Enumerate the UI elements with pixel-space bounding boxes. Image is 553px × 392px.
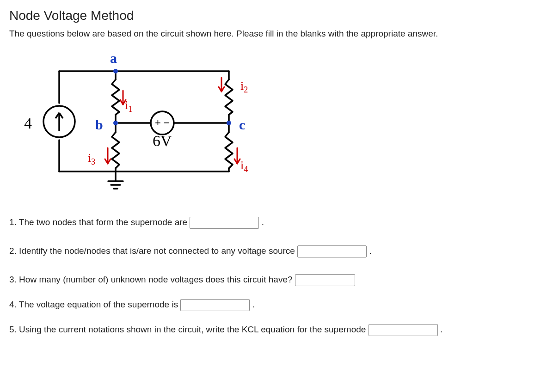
q2-period: .: [369, 246, 371, 256]
instructions: The questions below are based on the cir…: [9, 29, 544, 39]
svg-point-3: [113, 121, 118, 125]
question-4: 4. The voltage equation of the supernode…: [9, 298, 544, 311]
q4-input[interactable]: [180, 299, 250, 311]
question-2: 2. Identify the node/nodes that is/are n…: [9, 245, 544, 257]
node-c-label: c: [239, 117, 245, 132]
question-3: 3. How many (number of) unknown node vol…: [9, 273, 544, 286]
question-5: 5. Using the current notations shown in …: [9, 323, 544, 336]
current-i2-label: i2: [240, 79, 248, 94]
q4-text: 4. The voltage equation of the supernode…: [9, 300, 178, 309]
q2-input[interactable]: [297, 245, 367, 257]
q1-period: .: [262, 217, 264, 227]
node-a-label: a: [110, 50, 117, 66]
voltage-source-label: 6V: [153, 132, 172, 149]
svg-point-2: [113, 69, 118, 74]
svg-point-4: [227, 121, 231, 125]
node-b-label: b: [95, 117, 103, 132]
q1-text: 1. The two nodes that form the supernode…: [9, 217, 187, 227]
q5-text: 5. Using the current notations shown in …: [9, 325, 366, 334]
current-i1-label: i1: [125, 98, 132, 114]
q1-input[interactable]: [190, 217, 259, 229]
q2-text: 2. Identify the node/nodes that is/are n…: [9, 246, 295, 256]
page-title: Node Voltage Method: [9, 8, 544, 23]
voltage-polarity: + −: [155, 117, 170, 129]
q5-input[interactable]: [369, 324, 438, 336]
q4-period: .: [252, 300, 255, 309]
circuit-diagram: + − a b c 4 6V: [9, 45, 544, 200]
q3-input[interactable]: [295, 274, 355, 286]
q3-text: 3. How many (number of) unknown node vol…: [9, 275, 293, 284]
current-i4-label: i4: [240, 159, 248, 174]
question-1: 1. The two nodes that form the supernode…: [9, 216, 544, 229]
q5-period: .: [440, 325, 442, 334]
current-i3-label: i3: [88, 151, 95, 166]
current-source-label: 4: [24, 115, 32, 132]
